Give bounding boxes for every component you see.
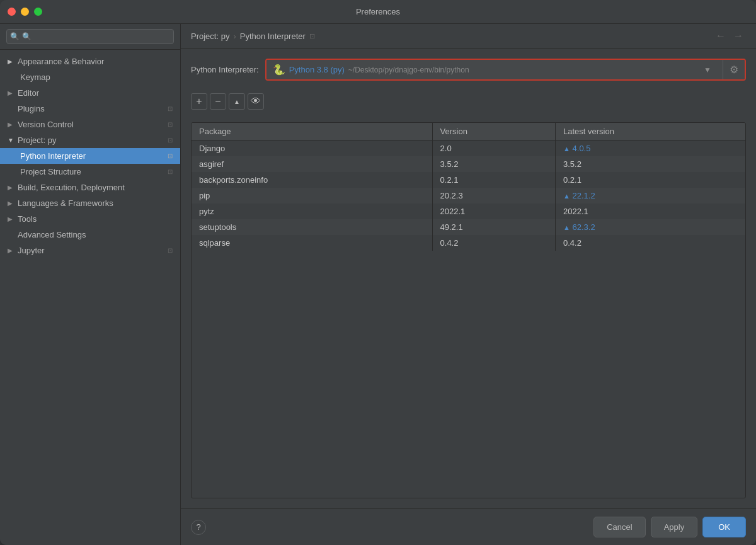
- package-name: Django: [192, 141, 432, 157]
- packages-tbody: Django2.0▲ 4.0.5asgiref3.5.23.5.2backpor…: [192, 141, 745, 251]
- breadcrumb-separator: ›: [233, 32, 236, 41]
- column-version[interactable]: Version: [432, 123, 555, 141]
- sidebar-item-label: Tools: [18, 214, 37, 224]
- table-row[interactable]: backports.zoneinfo0.2.10.2.1: [192, 172, 745, 188]
- nav-back-button[interactable]: ←: [713, 30, 728, 42]
- main-content: 🔍 ▶ Appearance & Behavior Keymap ▶ Edit: [0, 24, 756, 545]
- interpreter-select-wrapper: 🐍 Python 3.8 (py) ~/Desktop/py/dnajgo-en…: [265, 59, 746, 81]
- interpreter-gear-button[interactable]: ⚙: [723, 60, 745, 79]
- breadcrumb-repo-icon: ⊡: [309, 32, 315, 40]
- add-package-button[interactable]: +: [191, 93, 207, 110]
- latest-version-text: 62.3.2: [573, 222, 595, 232]
- sidebar-item-python-interpreter[interactable]: Python Interpreter ⊡: [0, 148, 180, 164]
- repo-icon: ⊡: [168, 168, 173, 175]
- sidebar-item-label: Version Control: [18, 120, 74, 129]
- right-panel: Project: py › Python Interpreter ⊡ ← → P…: [181, 24, 756, 545]
- interpreter-select[interactable]: 🐍 Python 3.8 (py) ~/Desktop/py/dnajgo-en…: [266, 60, 723, 79]
- package-name: asgiref: [192, 156, 432, 172]
- search-icon: 🔍: [10, 32, 20, 41]
- sidebar-item-keymap[interactable]: Keymap: [0, 69, 180, 85]
- minimize-button[interactable]: [21, 8, 29, 16]
- sidebar-nav: ▶ Appearance & Behavior Keymap ▶ Editor …: [0, 50, 180, 545]
- sidebar-item-label: Jupyter: [18, 246, 45, 255]
- remove-package-button[interactable]: −: [210, 93, 226, 110]
- close-button[interactable]: [8, 8, 16, 16]
- breadcrumb-parent: Project: py: [191, 32, 229, 41]
- preferences-window: Preferences 🔍 ▶ Appearance & Behavior Ke: [0, 0, 756, 545]
- table-row[interactable]: pytz2022.12022.1: [192, 204, 745, 219]
- sidebar-item-languages[interactable]: ▶ Languages & Frameworks: [0, 195, 180, 211]
- sidebar-item-build[interactable]: ▶ Build, Execution, Deployment: [0, 180, 180, 195]
- sidebar-item-label: Languages & Frameworks: [18, 198, 113, 208]
- sidebar-item-editor[interactable]: ▶ Editor: [0, 85, 180, 101]
- help-button[interactable]: ?: [191, 520, 206, 535]
- arrow-icon: ▶: [8, 89, 14, 96]
- table-row[interactable]: sqlparse0.4.20.4.2: [192, 235, 745, 251]
- cancel-button[interactable]: Cancel: [593, 517, 645, 537]
- interpreter-name: Python 3.8 (py): [289, 65, 345, 74]
- packages-table: Package Version Latest version Django2.0…: [192, 123, 745, 251]
- repo-icon: ⊡: [168, 247, 173, 254]
- sidebar-item-label: Editor: [18, 88, 39, 98]
- repo-icon: ⊡: [168, 105, 173, 112]
- package-version: 3.5.2: [432, 156, 555, 172]
- package-latest-version: ▲ 22.1.2: [556, 188, 745, 204]
- bottom-bar: ? Cancel Apply OK: [181, 508, 756, 545]
- upgrade-arrow-icon: ▲: [563, 192, 570, 200]
- packages-table-container: Package Version Latest version Django2.0…: [191, 122, 746, 498]
- show-details-button[interactable]: 👁: [248, 93, 264, 110]
- package-version: 2.0: [432, 141, 555, 157]
- interpreter-row: Python Interpreter: 🐍 Python 3.8 (py) ~/…: [191, 59, 746, 81]
- search-bar: 🔍: [0, 24, 180, 50]
- chevron-down-icon: ▼: [704, 66, 716, 74]
- sidebar-item-label: Project: py: [18, 135, 56, 145]
- sidebar-item-tools[interactable]: ▶ Tools: [0, 211, 180, 227]
- sidebar-item-advanced-settings[interactable]: ▶ Advanced Settings: [0, 227, 180, 243]
- nav-forward-button[interactable]: →: [731, 30, 746, 42]
- sidebar-item-label: Advanced Settings: [18, 230, 86, 239]
- package-name: sqlparse: [192, 235, 432, 251]
- apply-button[interactable]: Apply: [651, 517, 698, 537]
- maximize-button[interactable]: [34, 8, 42, 16]
- bottom-left: ?: [191, 520, 206, 535]
- table-row[interactable]: asgiref3.5.23.5.2: [192, 156, 745, 172]
- package-latest-version: ▲ 4.0.5: [556, 141, 745, 157]
- repo-icon: ⊡: [168, 137, 173, 144]
- latest-version-text: 22.1.2: [573, 191, 595, 200]
- eye-icon: 👁: [251, 96, 261, 107]
- arrow-icon: ▶: [8, 200, 14, 207]
- sidebar-item-version-control[interactable]: ▶ Version Control ⊡: [0, 117, 180, 132]
- sidebar-item-project-py[interactable]: ▼ Project: py ⊡: [0, 132, 180, 148]
- sidebar-item-jupyter[interactable]: ▶ Jupyter ⊡: [0, 243, 180, 258]
- title-bar: Preferences: [0, 0, 756, 24]
- breadcrumb-nav: ← →: [713, 30, 746, 42]
- package-latest-version: 0.2.1: [556, 172, 745, 188]
- package-version: 0.2.1: [432, 172, 555, 188]
- search-input[interactable]: [6, 29, 174, 44]
- move-up-button[interactable]: ▲: [229, 93, 245, 110]
- column-package[interactable]: Package: [192, 123, 432, 141]
- ok-button[interactable]: OK: [702, 517, 746, 537]
- interpreter-path: ~/Desktop/py/dnajgo-env/bin/python: [348, 66, 469, 74]
- sidebar-item-project-structure[interactable]: Project Structure ⊡: [0, 164, 180, 180]
- interpreter-label: Python Interpreter:: [191, 65, 259, 74]
- column-latest-version[interactable]: Latest version: [556, 123, 745, 141]
- arrow-icon: ▶: [8, 121, 14, 128]
- table-row[interactable]: setuptools49.2.1▲ 62.3.2: [192, 219, 745, 235]
- breadcrumb-bar: Project: py › Python Interpreter ⊡ ← →: [181, 24, 756, 49]
- arrow-icon: ▶: [8, 215, 14, 222]
- sidebar-item-label: Appearance & Behavior: [18, 57, 104, 66]
- breadcrumb-current: Python Interpreter: [240, 32, 306, 41]
- sidebar-item-plugins[interactable]: ▶ Plugins ⊡: [0, 101, 180, 117]
- package-name: pip: [192, 188, 432, 204]
- repo-icon: ⊡: [168, 121, 173, 128]
- gear-icon: ⚙: [730, 64, 738, 76]
- package-name: backports.zoneinfo: [192, 172, 432, 188]
- latest-version-text: 4.0.5: [573, 144, 591, 153]
- table-row[interactable]: pip20.2.3▲ 22.1.2: [192, 188, 745, 204]
- sidebar-item-appearance[interactable]: ▶ Appearance & Behavior: [0, 54, 180, 69]
- move-up-icon: ▲: [234, 98, 240, 105]
- package-version: 0.4.2: [432, 235, 555, 251]
- upgrade-arrow-icon: ▲: [563, 145, 570, 152]
- table-row[interactable]: Django2.0▲ 4.0.5: [192, 141, 745, 157]
